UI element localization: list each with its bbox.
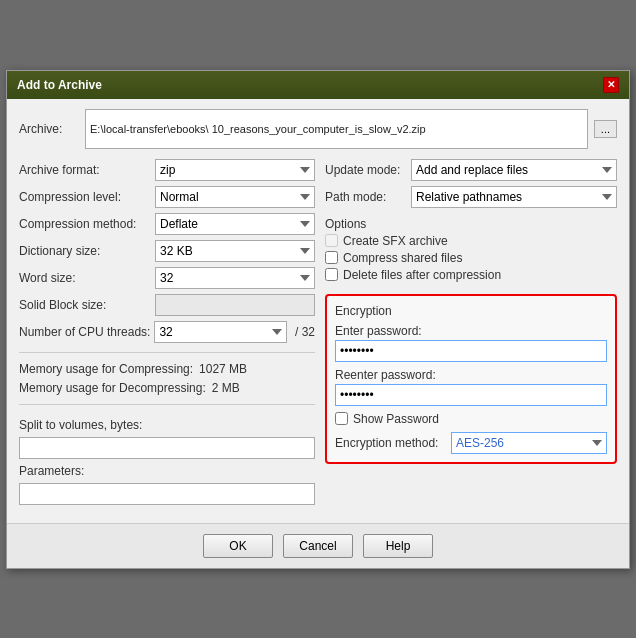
bottom-bar: OK Cancel Help [7,523,629,568]
enter-password-input[interactable] [335,340,607,362]
cancel-button[interactable]: Cancel [283,534,353,558]
dict-select[interactable]: 32 KB64 KB128 KB [155,240,315,262]
path-select[interactable]: Relative pathnames Absolute pathnames No… [411,186,617,208]
right-column: Update mode: Add and replace files Updat… [325,159,617,505]
path-mode-row: Path mode: Relative pathnames Absolute p… [325,186,617,208]
cpu-max: / 32 [295,325,315,339]
cpu-row: Number of CPU threads: 321684 / 32 [19,321,315,343]
compression-select[interactable]: NormalStoreFastMaximum [155,186,315,208]
format-label: Archive format: [19,163,149,177]
enc-method-label: Encryption method: [335,436,445,450]
delete-files-checkbox[interactable] [325,268,338,281]
create-sfx-label: Create SFX archive [343,234,448,248]
archive-row: Archive: E:\local-transfer\ebooks\ 10_re… [19,109,617,149]
split-label: Split to volumes, bytes: [19,418,149,432]
divider-2 [19,404,315,405]
mem-compress-value: 1027 MB [199,362,247,376]
cpu-select[interactable]: 321684 [154,321,287,343]
archive-label: Archive: [19,122,79,136]
solid-label: Solid Block size: [19,298,149,312]
solid-input[interactable] [155,294,315,316]
solid-row: Solid Block size: [19,294,315,316]
word-row: Word size: 3264128 [19,267,315,289]
show-password-row: Show Password [335,412,607,426]
mem-decompress-label: Memory usage for Decompressing: [19,381,206,395]
params-input[interactable] [19,483,315,505]
create-sfx-checkbox[interactable] [325,234,338,247]
divider-1 [19,352,315,353]
options-title: Options [325,217,617,231]
dict-row: Dictionary size: 32 KB64 KB128 KB [19,240,315,262]
show-password-label: Show Password [353,412,439,426]
format-select[interactable]: zip7ztar [155,159,315,181]
params-row: Parameters: [19,464,315,478]
compression-row: Compression level: NormalStoreFastMaximu… [19,186,315,208]
help-button[interactable]: Help [363,534,433,558]
archive-path-select[interactable]: E:\local-transfer\ebooks\ 10_reasons_you… [85,109,588,149]
close-button[interactable]: ✕ [603,77,619,93]
update-select[interactable]: Add and replace files Update and add fil… [411,159,617,181]
enter-password-label: Enter password: [335,324,607,338]
word-select[interactable]: 3264128 [155,267,315,289]
compress-shared-label: Compress shared files [343,251,462,265]
encryption-box: Encryption Enter password: Reenter passw… [325,294,617,464]
encryption-title: Encryption [335,304,607,318]
path-label: Path mode: [325,190,405,204]
method-label: Compression method: [19,217,149,231]
reenter-password-label: Reenter password: [335,368,607,382]
ok-button[interactable]: OK [203,534,273,558]
split-input-row [19,437,315,459]
cpu-label: Number of CPU threads: [19,325,150,339]
params-input-row [19,483,315,505]
enc-method-select[interactable]: AES-256 ZipCrypto [451,432,607,454]
mem-decompress-row: Memory usage for Decompressing: 2 MB [19,381,315,395]
mem-compress-label: Memory usage for Compressing: [19,362,193,376]
mem-decompress-value: 2 MB [212,381,240,395]
word-label: Word size: [19,271,149,285]
compress-shared-row: Compress shared files [325,251,617,265]
update-label: Update mode: [325,163,405,177]
method-row: Compression method: DeflateDeflate64BZip… [19,213,315,235]
titlebar: Add to Archive ✕ [7,71,629,99]
method-select[interactable]: DeflateDeflate64BZip2 [155,213,315,235]
split-input[interactable] [19,437,315,459]
dialog-content: Archive: E:\local-transfer\ebooks\ 10_re… [7,99,629,515]
show-password-checkbox[interactable] [335,412,348,425]
split-row: Split to volumes, bytes: [19,418,315,432]
compression-label: Compression level: [19,190,149,204]
mem-compress-row: Memory usage for Compressing: 1027 MB [19,362,315,376]
params-label: Parameters: [19,464,149,478]
two-column-layout: Archive format: zip7ztar Compression lev… [19,159,617,505]
compress-shared-checkbox[interactable] [325,251,338,264]
format-row: Archive format: zip7ztar [19,159,315,181]
window-title: Add to Archive [17,78,102,92]
create-sfx-row: Create SFX archive [325,234,617,248]
update-mode-row: Update mode: Add and replace files Updat… [325,159,617,181]
options-group: Options Create SFX archive Compress shar… [325,217,617,285]
dict-label: Dictionary size: [19,244,149,258]
delete-files-label: Delete files after compression [343,268,501,282]
reenter-password-input[interactable] [335,384,607,406]
left-column: Archive format: zip7ztar Compression lev… [19,159,315,505]
add-to-archive-dialog: Add to Archive ✕ Archive: E:\local-trans… [6,70,630,569]
enc-method-row: Encryption method: AES-256 ZipCrypto [335,432,607,454]
delete-files-row: Delete files after compression [325,268,617,282]
browse-button[interactable]: ... [594,120,617,138]
